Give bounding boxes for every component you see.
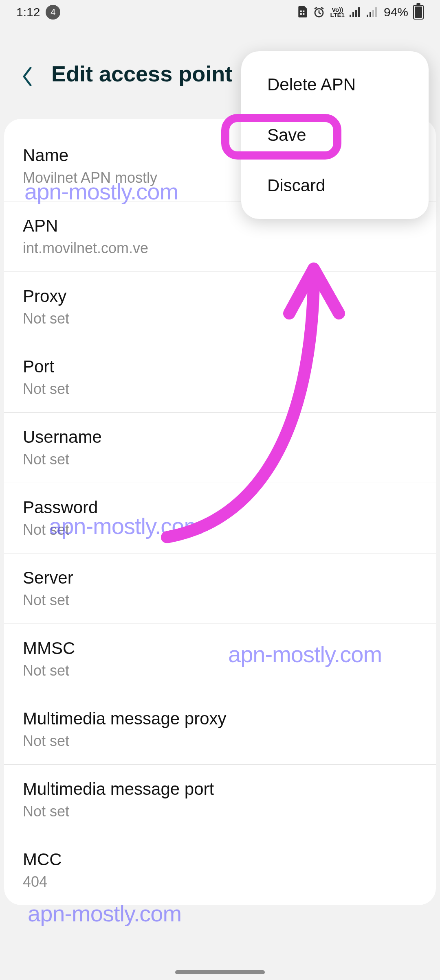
row-value: Not set xyxy=(23,662,417,679)
row-value: int.movilnet.com.ve xyxy=(23,240,417,257)
svg-rect-1 xyxy=(303,11,304,12)
status-left: 1:12 4 xyxy=(16,5,60,20)
row-label: MMSC xyxy=(23,639,417,658)
clock: 1:12 xyxy=(16,5,40,19)
row-value: Not set xyxy=(23,592,417,609)
row-label: Multimedia message port xyxy=(23,779,417,799)
svg-rect-3 xyxy=(303,13,304,15)
volte-icon: Vo))LTE1 xyxy=(330,7,345,18)
battery-percent: 94% xyxy=(384,5,408,19)
menu-discard[interactable]: Discard xyxy=(241,160,429,211)
row-password[interactable]: Password Not set xyxy=(4,483,436,553)
row-mmsc[interactable]: MMSC Not set xyxy=(4,624,436,694)
row-proxy[interactable]: Proxy Not set xyxy=(4,272,436,342)
row-label: Username xyxy=(23,427,417,447)
status-bar: 1:12 4 Vo))LTE1 94% xyxy=(0,0,440,24)
settings-card: Name Movilnet APN mostly APN int.movilne… xyxy=(4,119,436,905)
row-value: Not set xyxy=(23,521,417,538)
signal-icon-1 xyxy=(350,7,362,17)
row-value: Not set xyxy=(23,381,417,398)
battery-icon xyxy=(413,5,424,20)
row-username[interactable]: Username Not set xyxy=(4,413,436,483)
row-label: MCC xyxy=(23,850,417,869)
row-label: Multimedia message proxy xyxy=(23,709,417,728)
row-value: Not set xyxy=(23,451,417,468)
row-mms-proxy[interactable]: Multimedia message proxy Not set xyxy=(4,694,436,765)
row-label: Password xyxy=(23,498,417,517)
row-label: Port xyxy=(23,357,417,376)
notifications-badge: 4 xyxy=(46,5,60,20)
row-label: APN xyxy=(23,216,417,236)
svg-rect-2 xyxy=(300,13,302,15)
signal-icon-2 xyxy=(367,7,379,17)
page-title: Edit access point xyxy=(51,61,232,86)
row-server[interactable]: Server Not set xyxy=(4,553,436,624)
status-right: Vo))LTE1 94% xyxy=(297,5,424,20)
menu-delete-apn[interactable]: Delete APN xyxy=(241,59,429,110)
sim-card-icon xyxy=(297,6,308,18)
nav-handle[interactable] xyxy=(175,970,265,974)
row-mcc[interactable]: MCC 404 xyxy=(4,835,436,905)
row-mms-port[interactable]: Multimedia message port Not set xyxy=(4,765,436,835)
overflow-menu: Delete APN Save Discard xyxy=(241,51,429,219)
svg-rect-0 xyxy=(300,11,302,12)
row-value: Not set xyxy=(23,733,417,750)
row-value: Not set xyxy=(23,310,417,327)
back-icon[interactable] xyxy=(20,66,37,82)
menu-save[interactable]: Save xyxy=(241,110,429,160)
row-label: Proxy xyxy=(23,287,417,306)
alarm-icon xyxy=(313,6,325,18)
row-value: Not set xyxy=(23,803,417,820)
row-value: 404 xyxy=(23,873,417,890)
row-port[interactable]: Port Not set xyxy=(4,342,436,413)
row-label: Server xyxy=(23,568,417,588)
